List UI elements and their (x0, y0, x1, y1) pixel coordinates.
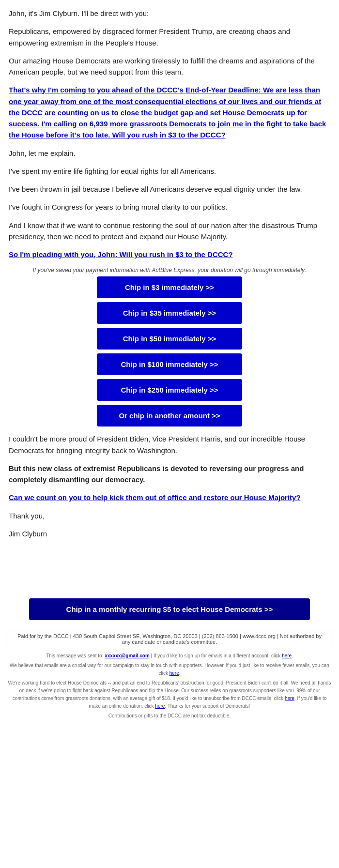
paragraph-3-link[interactable]: That's why I'm coming to you ahead of th… (9, 84, 330, 140)
paragraph-9-link[interactable]: So I'm pleading with you, John: Will you… (9, 249, 330, 260)
paragraph-5: I've spent my entire life fighting for e… (9, 166, 330, 177)
paragraph-6: I've been thrown in jail because I belie… (9, 183, 330, 195)
donate-3-button[interactable]: Chip in $3 immediately >> (97, 276, 242, 298)
footer-email: xxxxxx@gmail.com (105, 653, 150, 658)
paragraph-8: And I know that if we want to continue r… (9, 220, 330, 243)
post-button-1: I couldn't be more proud of President Bi… (9, 433, 330, 456)
thank-you: Thank you, (9, 510, 330, 521)
signup-link[interactable]: here (282, 653, 292, 658)
third-cta-link[interactable]: Can we count on you to help kick them ou… (9, 493, 301, 502)
post-button-2: But this new class of extremist Republic… (9, 463, 330, 486)
paragraph-4: John, let me explain. (9, 148, 330, 159)
footer-legal-3: We're working hard to elect House Democr… (7, 679, 332, 710)
main-content: John, it's Jim Clyburn. I'll be direct w… (0, 0, 339, 590)
unsubscribe-link[interactable]: here (285, 696, 294, 701)
main-cta-link[interactable]: That's why I'm coming to you ahead of th… (9, 86, 326, 139)
paragraph-2: Our amazing House Democrats are working … (9, 55, 330, 78)
donate-link[interactable]: here (155, 703, 165, 709)
footer-cta-section: Chip in a monthly recurring $5 to elect … (0, 590, 339, 626)
footer-paid: Paid for by the DCCC | 430 South Capitol… (6, 630, 333, 648)
actblue-note: If you've saved your payment information… (9, 267, 330, 274)
donation-buttons-container: Chip in $3 immediately >> Chip in $35 im… (9, 276, 330, 426)
paragraph-1: Republicans, empowered by disgraced form… (9, 26, 330, 48)
footer-cta-button[interactable]: Chip in a monthly recurring $5 to elect … (29, 598, 310, 620)
donate-250-button[interactable]: Chip in $250 immediately >> (97, 379, 242, 401)
footer-legal-2: We believe that emails are a crucial way… (7, 662, 332, 677)
second-cta-link[interactable]: So I'm pleading with you, John: Will you… (9, 250, 233, 259)
post-button-3-link[interactable]: Can we count on you to help kick them ou… (9, 492, 330, 503)
greeting: John, it's Jim Clyburn. I'll be direct w… (9, 8, 330, 19)
footer-paid-text: Paid for by the DCCC | 430 South Capitol… (17, 633, 322, 645)
donate-100-button[interactable]: Chip in $100 immediately >> (97, 353, 242, 375)
fewer-emails-link[interactable]: here (170, 670, 179, 676)
donate-50-button[interactable]: Chip in $50 immediately >> (97, 328, 242, 350)
donate-other-button[interactable]: Or chip in another amount >> (97, 405, 242, 426)
spacer (9, 546, 330, 585)
signature: Jim Clyburn (9, 528, 330, 539)
footer-legal: This message was sent to: xxxxxx@gmail.c… (0, 648, 339, 722)
footer-legal-1: This message was sent to: xxxxxx@gmail.c… (7, 652, 332, 660)
footer-legal-4: Contributions or gifts to the DCCC are n… (7, 712, 332, 720)
donate-35-button[interactable]: Chip in $35 immediately >> (97, 302, 242, 324)
paragraph-7: I've fought in Congress for years to bri… (9, 201, 330, 213)
